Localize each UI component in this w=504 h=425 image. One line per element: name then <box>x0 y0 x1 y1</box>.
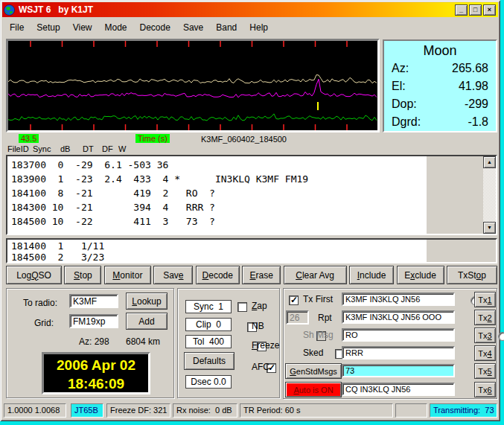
tx-message-5[interactable]: 73 <box>342 364 455 377</box>
save-button[interactable]: Save <box>153 266 193 284</box>
average-text-area[interactable]: 181400 1 1/11 184500 2 3/23 <box>6 238 497 263</box>
moon-el-value: 41.98 <box>459 77 488 95</box>
station-panel: To radio: K3MF Lookup Grid: FM19xp Add A… <box>6 288 174 398</box>
decode-button[interactable]: Decode <box>196 266 240 284</box>
rpt-input[interactable]: 26 <box>286 310 309 325</box>
zap-label: Zap <box>252 301 267 311</box>
erase-button[interactable]: Erase <box>242 266 281 284</box>
menu-item-save[interactable]: Save <box>177 20 210 35</box>
menu-item-decode[interactable]: Decode <box>134 20 177 35</box>
tol-control[interactable]: Tol 400 <box>185 335 232 348</box>
genstdmsgs-button[interactable]: GenStdMsgs <box>285 363 342 379</box>
decode-header-sync: Sync <box>33 144 51 153</box>
include-button[interactable]: Include <box>349 266 394 284</box>
clear-avg-button[interactable]: Clear Avg <box>284 266 347 284</box>
menu-item-setup[interactable]: Setup <box>31 20 66 35</box>
txstop-button[interactable]: TxStop <box>447 266 497 284</box>
moon-title: Moon <box>392 43 488 59</box>
clock-date: 2006 Apr 02 <box>44 356 148 374</box>
decode-header-w: W <box>118 144 126 153</box>
scroll-down-icon[interactable]: ▼ <box>483 222 496 234</box>
tx-message-2[interactable]: K3MF IN3KLQ JN56 OOO <box>342 310 455 324</box>
utc-clock: 2006 Apr 02 18:46:09 <box>42 352 150 394</box>
distance-label: 6804 km <box>126 336 160 347</box>
scroll-up-icon[interactable]: ▲ <box>483 156 496 168</box>
tx1-button[interactable]: Tx1 <box>474 292 496 307</box>
moon-az-label: Az: <box>392 60 409 77</box>
azimuth-label: Az: 298 <box>79 336 109 347</box>
clock-time: 18:46:09 <box>44 374 148 393</box>
stop-button[interactable]: Stop <box>64 266 101 284</box>
moon-dop-value: -299 <box>465 95 488 113</box>
decode-text: 183700 0 -29 6.1 -503 36 183900 1 -23 2.… <box>11 158 308 229</box>
nb-label: NB <box>252 321 264 331</box>
tx-select-radio-3[interactable] <box>498 332 504 341</box>
moon-el-label: El: <box>392 77 406 95</box>
status-transmitting: Transmitting: 73 <box>430 403 497 418</box>
afc-label: AFC <box>252 362 269 372</box>
dsec-control[interactable]: Dsec 0.0 <box>185 375 232 389</box>
tx-first-label: Tx First <box>303 294 333 304</box>
status-spacer <box>395 403 427 418</box>
tx2-button[interactable]: Tx2 <box>474 310 496 325</box>
moon-dgrd-value: -1.8 <box>468 113 488 131</box>
defaults-button[interactable]: Defaults <box>184 352 235 370</box>
tx5-button[interactable]: Tx5 <box>474 363 496 379</box>
menu-item-file[interactable]: File <box>4 20 31 35</box>
menu-item-mode[interactable]: Mode <box>99 20 134 35</box>
exclude-button[interactable]: Exclude <box>397 266 444 284</box>
params-panel: Sync 1 Clip 0 Tol 400 Defaults Dsec 0.0 … <box>177 288 280 398</box>
tx-message-1[interactable]: K3MF IN3KLQ JN56 <box>342 293 455 306</box>
menu-item-band[interactable]: Band <box>210 20 243 35</box>
moon-panel: Moon Az:265.68 El:41.98 Dop:-299 Dgrd:-1… <box>383 39 497 132</box>
decode-header-fileid: FileID <box>7 144 29 153</box>
decode-header-db: dB <box>60 144 70 153</box>
decode-scrollbar[interactable]: ▲ ▼ <box>483 156 496 234</box>
menu-bar: FileSetupViewModeDecodeSaveBandHelp <box>2 19 498 36</box>
to-radio-input[interactable]: K3MF <box>69 294 118 308</box>
tx4-button[interactable]: Tx4 <box>474 345 496 361</box>
action-button-row: Log QSOStopMonitorSaveDecodeEraseClear A… <box>6 266 497 284</box>
menu-item-view[interactable]: View <box>67 20 99 35</box>
status-rx-noise: Rx noise: 0 dB <box>173 403 237 418</box>
status-mode: JT65B <box>71 403 103 418</box>
tx6-button[interactable]: Tx6 <box>474 382 496 397</box>
auto-is-on-button[interactable]: Auto is ON <box>285 382 342 397</box>
monitor-button[interactable]: Monitor <box>104 266 151 284</box>
maximize-button[interactable]: □ <box>469 4 482 16</box>
tx-panel: Tx FirstK3MF IN3KLQ JN56Tx126RptK3MF IN3… <box>283 288 497 399</box>
close-button[interactable]: × <box>483 4 496 16</box>
freeze-label: Freeze <box>252 340 279 351</box>
tx-message-6[interactable]: CQ IN3KLQ JN56 <box>342 383 455 396</box>
moon-az-value: 265.68 <box>452 60 488 77</box>
spectrum-display[interactable] <box>6 39 380 132</box>
moon-dgrd-label: Dgrd: <box>392 113 421 131</box>
clip-control[interactable]: Clip 0 <box>185 318 232 331</box>
status-bar: 1.0000 1.0068JT65BFreeze DF: 321Rx noise… <box>2 403 498 418</box>
tx-first-checkbox[interactable] <box>289 295 299 305</box>
grid-input[interactable]: FM19xp <box>69 314 118 328</box>
status-sample-factor: 1.0000 1.0068 <box>4 403 66 418</box>
add-button[interactable]: Add <box>126 313 168 330</box>
graph-scale-label: 43.5 <box>19 134 39 143</box>
menu-item-help[interactable]: Help <box>243 20 275 35</box>
sh-msg-label: Sh Msg <box>303 330 334 340</box>
tx-message-4[interactable]: RRR <box>342 346 455 360</box>
minimize-button[interactable]: _ <box>455 4 468 16</box>
app-globe-icon[interactable] <box>4 4 15 16</box>
sync-control[interactable]: Sync 1 <box>185 300 232 313</box>
to-radio-label: To radio: <box>23 298 57 308</box>
log-qso-button[interactable]: Log QSO <box>6 266 62 284</box>
lookup-button[interactable]: Lookup <box>126 293 168 310</box>
moon-dop-label: Dop: <box>392 95 417 113</box>
average-text: 181400 1 1/11 184500 2 3/23 <box>11 240 104 263</box>
rpt-label: Rpt <box>318 313 332 323</box>
status-freeze-df: Freeze DF: 321 <box>106 403 170 418</box>
title-bar[interactable]: WSJT 6 by K1JT _ □ × <box>2 2 498 17</box>
zap-checkbox[interactable] <box>237 302 247 312</box>
tx-message-3[interactable]: RO <box>342 328 455 342</box>
time-axis-label: Time (s) <box>135 134 170 143</box>
tx3-button[interactable]: Tx3 <box>474 327 496 343</box>
wav-file-label: K3MF_060402_184500 <box>201 135 287 144</box>
decode-text-area[interactable]: 183700 0 -29 6.1 -503 36 183900 1 -23 2.… <box>6 155 497 235</box>
